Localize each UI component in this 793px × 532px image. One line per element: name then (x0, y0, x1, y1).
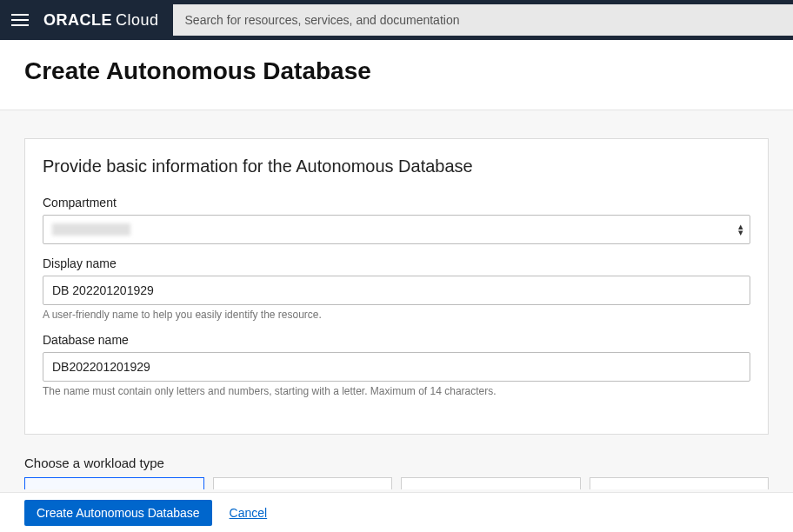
db-name-label: Database name (43, 333, 750, 347)
display-name-input[interactable] (43, 276, 750, 305)
search-wrap (173, 4, 793, 36)
workload-row: Data Warehouse Built for decision suppor… (24, 477, 769, 489)
field-compartment: Compartment ▴▾ (43, 196, 750, 244)
compartment-value-redacted (52, 223, 130, 236)
workload-card-data-warehouse[interactable]: Data Warehouse Built for decision suppor… (24, 477, 204, 489)
brand-light: Cloud (116, 11, 159, 29)
workload-title: APEX (603, 487, 756, 489)
brand-strong: ORACLE (43, 11, 112, 29)
brand-logo: ORACLECloud (43, 11, 159, 30)
cancel-button[interactable]: Cancel (230, 506, 268, 520)
field-db-name: Database name The name must contain only… (43, 333, 750, 397)
page-title: Create Autonomous Database (24, 57, 769, 85)
field-display-name: Display name A user-friendly name to hel… (43, 256, 750, 321)
display-name-helper: A user-friendly name to help you easily … (43, 309, 750, 321)
workload-section: Choose a workload type Data Warehouse Bu… (24, 456, 769, 489)
workload-card-apex[interactable]: APEX Built for Oracle APEX appli- (590, 477, 770, 489)
display-name-label: Display name (43, 256, 750, 270)
workload-card-json[interactable]: JSON Built for JSON-centric ap- (401, 477, 581, 489)
workload-card-transaction-processing[interactable]: Transaction Processing (213, 477, 393, 489)
compartment-select[interactable]: ▴▾ (43, 215, 750, 244)
workload-title: Data Warehouse (37, 487, 191, 489)
basic-info-card: Provide basic information for the Autono… (24, 138, 769, 435)
title-strip: Create Autonomous Database (0, 40, 793, 110)
create-button[interactable]: Create Autonomous Database (24, 500, 212, 526)
footer-bar: Create Autonomous Database Cancel (0, 492, 793, 532)
workload-label: Choose a workload type (24, 456, 769, 470)
workload-title: Transaction Processing (226, 487, 380, 489)
db-name-helper: The name must contain only letters and n… (43, 385, 750, 397)
topbar: ORACLECloud (0, 0, 793, 40)
db-name-input[interactable] (43, 352, 750, 382)
basic-info-heading: Provide basic information for the Autono… (43, 156, 750, 176)
compartment-label: Compartment (43, 196, 750, 209)
search-input[interactable] (173, 4, 793, 36)
workload-title: JSON (414, 487, 568, 489)
chevron-updown-icon: ▴▾ (738, 223, 743, 236)
hamburger-menu-icon[interactable] (0, 0, 40, 40)
page-body: Provide basic information for the Autono… (0, 110, 793, 489)
